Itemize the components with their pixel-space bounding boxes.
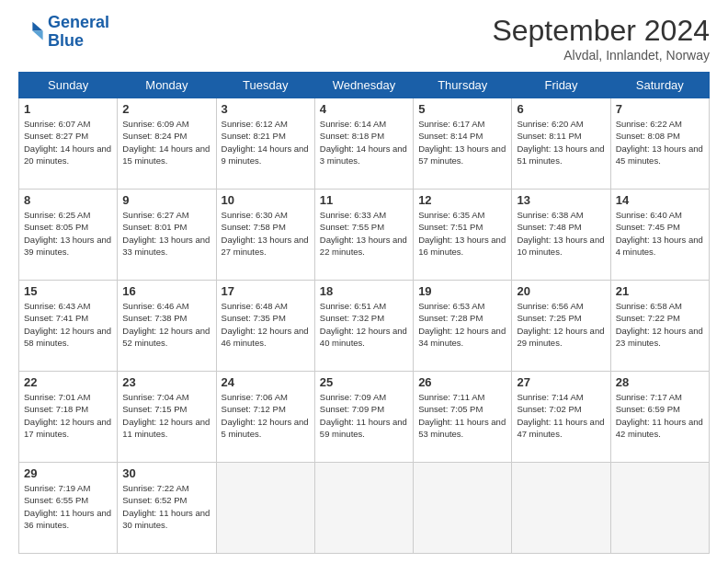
table-row: 18Sunrise: 6:51 AMSunset: 7:32 PMDayligh… [314,281,413,372]
header: General Blue September 2024 Alvdal, Innl… [18,14,710,63]
page: General Blue September 2024 Alvdal, Innl… [0,0,728,563]
col-monday: Monday [118,73,216,98]
table-row: 24Sunrise: 7:06 AMSunset: 7:12 PMDayligh… [216,372,314,463]
table-row: 25Sunrise: 7:09 AMSunset: 7:09 PMDayligh… [314,372,413,463]
col-wednesday: Wednesday [314,73,413,98]
table-row: 17Sunrise: 6:48 AMSunset: 7:35 PMDayligh… [216,281,314,372]
table-row: 22Sunrise: 7:01 AMSunset: 7:18 PMDayligh… [19,372,118,463]
month-title: September 2024 [492,14,710,48]
table-row: 15Sunrise: 6:43 AMSunset: 7:41 PMDayligh… [19,281,118,372]
table-row: 7Sunrise: 6:22 AMSunset: 8:08 PMDaylight… [610,98,709,190]
table-row: 12Sunrise: 6:35 AMSunset: 7:51 PMDayligh… [414,190,512,281]
logo-icon [18,19,44,45]
table-row: 19Sunrise: 6:53 AMSunset: 7:28 PMDayligh… [414,281,512,372]
table-row: 20Sunrise: 6:56 AMSunset: 7:25 PMDayligh… [512,281,610,372]
table-row: 23Sunrise: 7:04 AMSunset: 7:15 PMDayligh… [118,372,216,463]
table-row: 10Sunrise: 6:30 AMSunset: 7:58 PMDayligh… [216,190,314,281]
calendar-week-5: 29Sunrise: 7:19 AMSunset: 6:55 PMDayligh… [19,463,710,554]
calendar-week-2: 8Sunrise: 6:25 AMSunset: 8:05 PMDaylight… [19,190,710,281]
logo-general: General [48,13,109,31]
svg-marker-1 [32,30,42,40]
calendar-week-3: 15Sunrise: 6:43 AMSunset: 7:41 PMDayligh… [19,281,710,372]
calendar-week-4: 22Sunrise: 7:01 AMSunset: 7:18 PMDayligh… [19,372,710,463]
table-row: 2Sunrise: 6:09 AMSunset: 8:24 PMDaylight… [118,98,216,190]
table-row: 16Sunrise: 6:46 AMSunset: 7:38 PMDayligh… [118,281,216,372]
table-row: 6Sunrise: 6:20 AMSunset: 8:11 PMDaylight… [512,98,610,190]
table-row [314,463,413,554]
table-row: 27Sunrise: 7:14 AMSunset: 7:02 PMDayligh… [512,372,610,463]
table-row: 1Sunrise: 6:07 AMSunset: 8:27 PMDaylight… [19,98,118,190]
table-row [610,463,709,554]
table-row: 13Sunrise: 6:38 AMSunset: 7:48 PMDayligh… [512,190,610,281]
table-row [512,463,610,554]
table-row: 5Sunrise: 6:17 AMSunset: 8:14 PMDaylight… [414,98,512,190]
logo-blue: Blue [48,31,84,50]
calendar-table: Sunday Monday Tuesday Wednesday Thursday… [18,72,710,554]
table-row: 3Sunrise: 6:12 AMSunset: 8:21 PMDaylight… [216,98,314,190]
table-row: 9Sunrise: 6:27 AMSunset: 8:01 PMDaylight… [118,190,216,281]
table-row: 28Sunrise: 7:17 AMSunset: 6:59 PMDayligh… [610,372,709,463]
col-saturday: Saturday [610,73,709,98]
table-row: 21Sunrise: 6:58 AMSunset: 7:22 PMDayligh… [610,281,709,372]
col-tuesday: Tuesday [216,73,314,98]
table-row: 26Sunrise: 7:11 AMSunset: 7:05 PMDayligh… [414,372,512,463]
svg-marker-0 [32,22,42,31]
calendar-week-1: 1Sunrise: 6:07 AMSunset: 8:27 PMDaylight… [19,98,710,190]
table-row: 8Sunrise: 6:25 AMSunset: 8:05 PMDaylight… [19,190,118,281]
col-thursday: Thursday [414,73,512,98]
col-sunday: Sunday [19,73,118,98]
calendar-header-row: Sunday Monday Tuesday Wednesday Thursday… [19,73,710,98]
col-friday: Friday [512,73,610,98]
table-row: 29Sunrise: 7:19 AMSunset: 6:55 PMDayligh… [19,463,118,554]
table-row: 11Sunrise: 6:33 AMSunset: 7:55 PMDayligh… [314,190,413,281]
table-row: 14Sunrise: 6:40 AMSunset: 7:45 PMDayligh… [610,190,709,281]
table-row: 4Sunrise: 6:14 AMSunset: 8:18 PMDaylight… [314,98,413,190]
location: Alvdal, Innlandet, Norway [492,48,710,63]
logo-text: General Blue [48,14,109,51]
title-block: September 2024 Alvdal, Innlandet, Norway [492,14,710,63]
table-row [414,463,512,554]
logo: General Blue [18,14,109,51]
table-row: 30Sunrise: 7:22 AMSunset: 6:52 PMDayligh… [118,463,216,554]
table-row [216,463,314,554]
